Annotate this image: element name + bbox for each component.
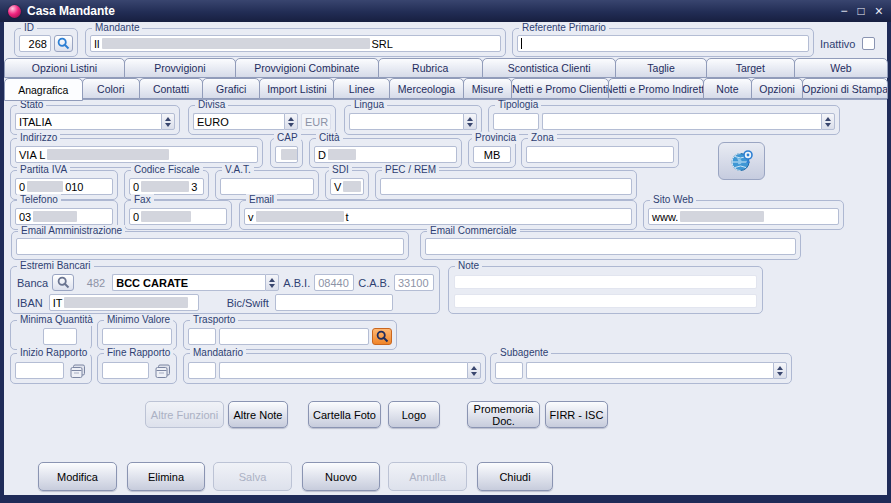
tab-merceologia[interactable]: Merceologia xyxy=(389,78,464,99)
stato-select[interactable]: ITALIA xyxy=(15,113,175,130)
tab-target[interactable]: Target xyxy=(706,58,795,78)
tab-opzioni[interactable]: Opzioni xyxy=(751,78,803,99)
email-input[interactable]: v t xyxy=(244,208,632,225)
tipologia-select[interactable] xyxy=(542,113,835,130)
banca-search-button[interactable] xyxy=(52,274,74,291)
chiudi-button[interactable]: Chiudi xyxy=(477,462,553,491)
redaction-block xyxy=(328,149,356,160)
minimize-icon[interactable]: − xyxy=(841,5,848,17)
mandante-input[interactable]: Il SRL xyxy=(90,35,501,52)
telefono-input[interactable]: 03 xyxy=(15,208,113,225)
modifica-button[interactable]: Modifica xyxy=(38,462,117,491)
map-button[interactable] xyxy=(718,142,765,180)
minima-quantita-input[interactable] xyxy=(43,328,77,345)
cartella-foto-button[interactable]: Cartella Foto xyxy=(308,401,381,428)
divisa-select[interactable]: EURO xyxy=(193,113,298,130)
sito-web-input[interactable]: www. xyxy=(648,208,839,225)
firr-isc-button[interactable]: FIRR - ISC xyxy=(545,401,608,428)
tab-opzioni-listini[interactable]: Opzioni Listini xyxy=(4,58,125,78)
tab-grafici[interactable]: Grafici xyxy=(202,78,260,99)
logo-button[interactable]: Logo xyxy=(388,401,440,428)
sdi-input[interactable]: V 9 xyxy=(330,178,364,195)
spinner-icon[interactable] xyxy=(265,274,279,291)
bic-swift-label: Bic/Swift xyxy=(227,297,269,309)
fax-input[interactable]: 0 xyxy=(129,208,227,225)
tab-provvigioni[interactable]: Provvigioni xyxy=(124,58,236,78)
indirizzo-input[interactable]: VIA L xyxy=(15,146,258,163)
spinner-icon[interactable] xyxy=(284,113,298,130)
note-textarea-row[interactable] xyxy=(454,294,757,308)
tab-anagrafica[interactable]: Anagrafica xyxy=(4,78,83,101)
subagente-select[interactable] xyxy=(526,362,787,379)
elimina-button[interactable]: Elimina xyxy=(127,462,205,491)
lingua-select[interactable] xyxy=(349,113,477,130)
estremi-bancari-label: Estremi Bancari xyxy=(17,260,94,272)
mandatario-select[interactable] xyxy=(219,362,481,379)
inattivo-checkbox[interactable] xyxy=(862,37,875,50)
search-icon xyxy=(376,330,389,343)
trasporto-input[interactable] xyxy=(219,328,369,345)
tab-misure[interactable]: Misure xyxy=(463,78,512,99)
window: Casa Mandante − □ × ID 268 Mandante Il xyxy=(0,0,891,503)
altre-note-button[interactable]: Altre Note xyxy=(228,401,288,428)
altre-funzioni-button[interactable]: Altre Funzioni xyxy=(145,401,224,428)
mandatario-code-input[interactable] xyxy=(188,362,216,379)
tab-opzioni-di-stampa[interactable]: Opzioni di Stampa xyxy=(802,78,888,99)
tab-taglie[interactable]: Taglie xyxy=(615,58,706,78)
tab-import-listini[interactable]: Import Listini xyxy=(259,78,334,99)
spinner-icon[interactable] xyxy=(467,362,481,379)
tab-colori[interactable]: Colori xyxy=(82,78,140,99)
id-search-button[interactable] xyxy=(54,35,73,52)
tab-netti-e-promo-indiretti[interactable]: Netti e Promo Indiretti xyxy=(608,78,704,99)
email-commerciale-input[interactable] xyxy=(425,238,796,255)
email-amministrazione-input[interactable] xyxy=(16,238,404,255)
close-icon[interactable]: × xyxy=(875,5,883,17)
tab-web[interactable]: Web xyxy=(794,58,888,78)
fine-rapporto-calendar-button[interactable] xyxy=(152,362,172,379)
subagente-code-input[interactable] xyxy=(495,362,523,379)
zona-label: Zona xyxy=(528,132,557,144)
fine-rapporto-input[interactable] xyxy=(102,362,149,379)
partita-iva-input[interactable]: 0 010 xyxy=(15,178,113,195)
abi-input[interactable]: 08440 xyxy=(314,274,354,291)
spinner-icon[interactable] xyxy=(161,113,175,130)
nuovo-button[interactable]: Nuovo xyxy=(302,462,380,491)
spinner-icon[interactable] xyxy=(463,113,477,130)
tab-linee[interactable]: Linee xyxy=(333,78,390,99)
trasporto-search-button[interactable] xyxy=(372,328,392,345)
inizio-rapporto-input[interactable] xyxy=(15,362,64,379)
id-input[interactable]: 268 xyxy=(19,35,51,52)
mandatario-group: Mandatario xyxy=(183,353,486,384)
pec-label: PEC / REM xyxy=(382,164,439,176)
citta-input[interactable]: D xyxy=(314,146,457,163)
iban-input[interactable]: IT xyxy=(49,294,199,311)
provincia-input[interactable]: MB xyxy=(473,146,511,163)
tab-rubrica[interactable]: Rubrica xyxy=(378,58,483,78)
bic-swift-input[interactable] xyxy=(275,294,393,311)
email-amministrazione-label: Email Amministrazione xyxy=(18,225,125,237)
minimo-valore-input[interactable] xyxy=(102,328,172,345)
tab-scontistica-clienti[interactable]: Scontistica Clienti xyxy=(482,58,617,78)
spinner-icon[interactable] xyxy=(821,113,835,130)
promemoria-doc-button[interactable]: Promemoria Doc. xyxy=(467,401,540,428)
vat-input[interactable] xyxy=(220,178,314,195)
tab-note[interactable]: Note xyxy=(703,78,752,99)
annulla-button[interactable]: Annulla xyxy=(388,462,467,491)
tab-contatti[interactable]: Contatti xyxy=(139,78,203,99)
salva-button[interactable]: Salva xyxy=(213,462,292,491)
tab-provvigioni-combinate[interactable]: Provvigioni Combinate xyxy=(235,58,379,78)
inizio-rapporto-calendar-button[interactable] xyxy=(67,362,87,379)
cab-input[interactable]: 33100 xyxy=(394,274,434,291)
tab-netti-e-promo-clienti[interactable]: Netti e Promo Clienti xyxy=(511,78,609,99)
maximize-icon[interactable]: □ xyxy=(858,5,865,17)
trasporto-code-input[interactable] xyxy=(188,328,216,345)
banca-select[interactable]: BCC CARATE xyxy=(112,274,279,291)
spinner-icon[interactable] xyxy=(773,362,787,379)
codice-fiscale-input[interactable]: 0 3 xyxy=(129,178,204,195)
referente-primario-input[interactable] xyxy=(517,35,809,52)
tipologia-code-input[interactable] xyxy=(493,113,539,130)
pec-input[interactable] xyxy=(380,178,632,195)
zona-input[interactable] xyxy=(526,146,674,163)
cap-input[interactable] xyxy=(275,146,298,163)
note-textarea[interactable] xyxy=(454,275,757,289)
